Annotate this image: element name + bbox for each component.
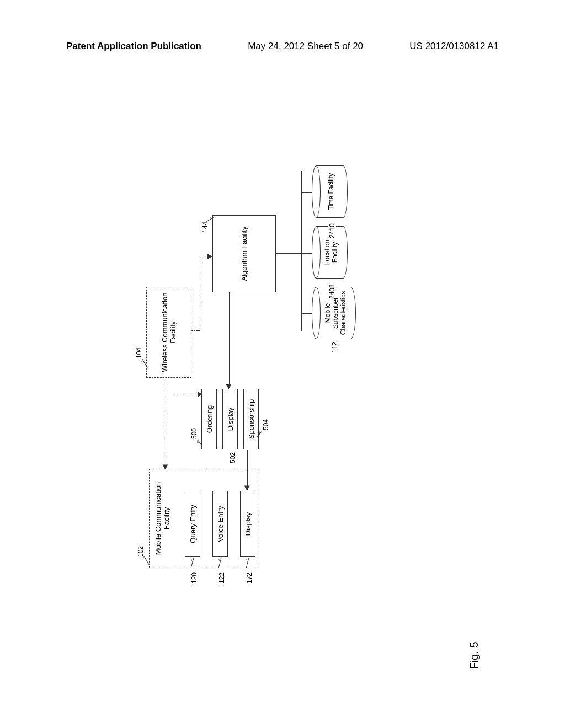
sponsorship-box: Sponsorship xyxy=(243,389,259,449)
ordering-title: Ordering xyxy=(205,405,214,433)
algorithm-facility-box: Algorithm Facility xyxy=(212,215,276,292)
page-header: Patent Application Publication May 24, 2… xyxy=(0,41,565,52)
mcf-title: Mobile Communication Facility xyxy=(154,471,170,566)
display-left-box: Display xyxy=(240,491,255,557)
display-left-ref: 172 xyxy=(246,572,253,584)
display-mid-box: Display xyxy=(222,389,238,449)
ordering-ref: 500 xyxy=(190,428,198,439)
header-right: US 2012/0130812 A1 xyxy=(409,41,499,52)
algorithm-title: Algorithm Facility xyxy=(240,227,248,281)
query-entry-title: Query Entry xyxy=(189,505,197,543)
query-entry-box: Query Entry xyxy=(185,491,200,557)
voice-entry-ref: 122 xyxy=(218,572,226,584)
location-title: Location Facility xyxy=(323,229,339,275)
display-mid-title: Display xyxy=(226,408,234,431)
ordering-box: Ordering xyxy=(201,389,217,449)
sponsorship-title: Sponsorship xyxy=(247,399,255,439)
time-title: Time Facility xyxy=(327,173,335,210)
mobile-subscriber-characteristics-cylinder: Mobile Subscriber Characteristics xyxy=(312,287,356,339)
msc-ref: 112 xyxy=(331,342,339,353)
wcf-title: Wireless Communication Facility xyxy=(161,289,177,376)
wireless-communication-facility-box: Wireless Communication Facility xyxy=(146,287,191,378)
time-facility-cylinder: Time Facility xyxy=(312,165,348,218)
header-center: May 24, 2012 Sheet 5 of 20 xyxy=(248,41,363,52)
figure-label: Fig. 5 xyxy=(467,641,480,669)
wcf-ref: 104 xyxy=(135,347,143,358)
algorithm-ref: 144 xyxy=(201,222,209,233)
header-left: Patent Application Publication xyxy=(66,41,201,52)
query-entry-ref: 120 xyxy=(190,572,198,584)
voice-entry-box: Voice Entry xyxy=(212,491,228,557)
location-facility-cylinder: Location Facility xyxy=(312,226,348,279)
diagram: Mobile Communication Facility 102 Query … xyxy=(77,138,497,568)
display-mid-ref: 502 xyxy=(229,452,237,463)
msc-title: Mobile Subscriber Characteristics xyxy=(324,290,347,336)
voice-entry-title: Voice Entry xyxy=(216,506,225,542)
sponsorship-ref: 504 xyxy=(262,419,270,430)
display-left-title: Display xyxy=(244,512,252,536)
